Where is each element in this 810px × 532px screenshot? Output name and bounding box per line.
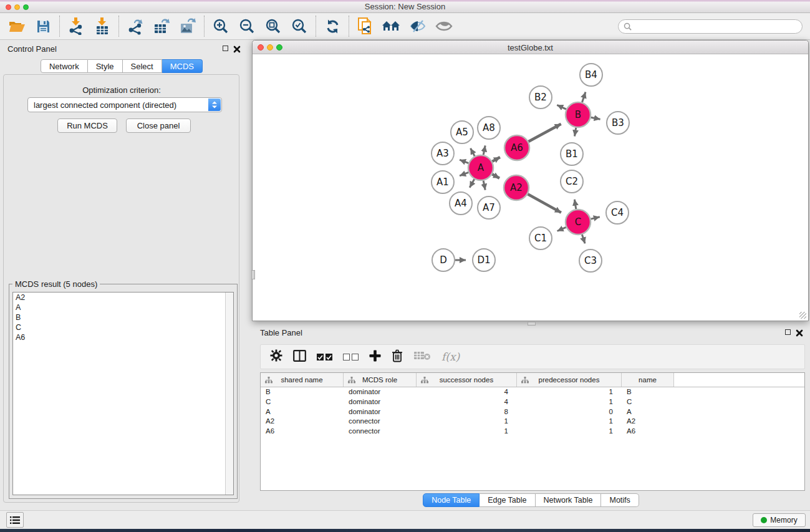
- column-header-predecessor-nodes[interactable]: predecessor nodes: [517, 373, 622, 387]
- export-table-icon: [153, 17, 170, 35]
- table-cell: A6: [261, 427, 344, 437]
- search-input[interactable]: [635, 22, 797, 31]
- graph-edge-B-B1[interactable]: [575, 128, 576, 137]
- export-network-button[interactable]: [122, 14, 148, 38]
- graph-edge-A-A1[interactable]: [460, 172, 468, 175]
- main-toolbar: [0, 13, 810, 40]
- graph-edge-A2-C[interactable]: [528, 194, 561, 213]
- vertical-scrollbar-thumb[interactable]: [251, 270, 255, 279]
- table-row-a6[interactable]: A6connector11A6: [261, 427, 804, 437]
- close-panel-button[interactable]: Close panel: [126, 118, 191, 133]
- result-item-c[interactable]: C: [13, 322, 233, 332]
- table-cell: 8: [417, 407, 517, 417]
- save-button[interactable]: [30, 14, 56, 38]
- duplicate-network-button[interactable]: [352, 14, 378, 38]
- criterion-dropdown[interactable]: largest connected component (directed): [27, 97, 222, 112]
- graph-node-label-A1: A1: [436, 177, 449, 188]
- graph-edge-B-B2[interactable]: [557, 105, 566, 109]
- graph-edge-C-C3[interactable]: [582, 235, 585, 243]
- table-row-c[interactable]: Cdominator41C: [261, 397, 804, 407]
- column-header-name[interactable]: name: [622, 373, 674, 387]
- table-row-a2[interactable]: A2connector11A2: [261, 417, 804, 427]
- search-box[interactable]: [618, 19, 803, 34]
- network-canvas[interactable]: B4B2BB3A5A8A6A3AB1A1A2C2A4A7C4CC1C3DD1: [253, 54, 808, 321]
- table-panel-float-icon[interactable]: [785, 329, 791, 335]
- toggle-graphics-details-button[interactable]: [405, 14, 431, 38]
- zoom-fit-icon: [265, 18, 281, 34]
- tab-node-table[interactable]: Node Table: [423, 493, 480, 507]
- graph-edge-A-A4[interactable]: [470, 179, 475, 187]
- deselect-all-button[interactable]: [343, 354, 359, 360]
- table-cell: 0: [517, 407, 622, 417]
- export-image-icon: [179, 17, 196, 35]
- tab-edge-table[interactable]: Edge Table: [480, 493, 535, 507]
- result-scrollbar[interactable]: [225, 293, 233, 495]
- table-cell: dominator: [344, 387, 417, 397]
- add-column-button[interactable]: [369, 350, 381, 364]
- run-mcds-button[interactable]: Run MCDS: [57, 118, 117, 133]
- show-details-eye-button[interactable]: [431, 14, 457, 38]
- table-row-a[interactable]: Adominator80A: [261, 407, 804, 417]
- graph-edge-A-A7[interactable]: [483, 181, 485, 190]
- result-item-a6[interactable]: A6: [13, 332, 233, 342]
- graph-edge-B-B4[interactable]: [582, 92, 586, 102]
- export-image-button[interactable]: [175, 14, 201, 38]
- column-header-successor-nodes[interactable]: successor nodes: [417, 373, 517, 387]
- tab-style[interactable]: Style: [88, 59, 123, 73]
- tab-motifs[interactable]: Motifs: [601, 493, 639, 507]
- toolbar-separator: [349, 16, 349, 37]
- zoom-selected-button[interactable]: [286, 14, 312, 38]
- graph-node-label-C2: C2: [566, 176, 578, 187]
- table-row-b[interactable]: Bdominator41B: [261, 387, 804, 397]
- import-network-button[interactable]: [63, 14, 89, 38]
- tab-mcds[interactable]: MCDS: [162, 59, 203, 73]
- duplicate-network-icon: [357, 17, 374, 36]
- resize-grip[interactable]: [799, 312, 806, 319]
- refresh-button[interactable]: [319, 14, 345, 38]
- gear-icon: [270, 349, 282, 362]
- table-cell: A: [622, 407, 674, 417]
- toggle-details-eye-slash-icon: [409, 19, 427, 34]
- checked-box-icon: [317, 354, 324, 360]
- tab-network-table[interactable]: Network Table: [536, 493, 602, 507]
- column-header-MCDS-role[interactable]: MCDS role: [344, 373, 417, 387]
- graph-edge-A-A3[interactable]: [460, 160, 468, 163]
- column-layout-button[interactable]: [293, 350, 306, 364]
- graph-edge-C-C1[interactable]: [557, 227, 566, 231]
- result-item-a[interactable]: A: [13, 302, 233, 312]
- control-panel-float-icon[interactable]: [223, 46, 228, 51]
- memory-button[interactable]: Memory: [753, 513, 806, 527]
- tab-select[interactable]: Select: [123, 59, 162, 73]
- control-panel-close-icon[interactable]: [233, 44, 241, 56]
- network-window-title: testGlobe.txt: [253, 43, 808, 52]
- table-panel-close-icon[interactable]: [796, 328, 803, 339]
- graph-edge-C-C4[interactable]: [591, 217, 599, 219]
- column-header-shared-name[interactable]: shared name: [261, 373, 344, 387]
- graph-edge-A-A5[interactable]: [471, 148, 475, 157]
- zoom-fit-button[interactable]: [260, 14, 286, 38]
- table-cell: A6: [622, 427, 674, 437]
- select-all-button[interactable]: [317, 354, 332, 360]
- export-table-button[interactable]: [148, 14, 175, 38]
- tab-network[interactable]: Network: [41, 59, 88, 73]
- app-titlebar: Session: New Session: [0, 0, 810, 13]
- graph-node-label-A7: A7: [483, 202, 495, 213]
- zoom-out-button[interactable]: [234, 14, 260, 38]
- graph-edge-A-A6[interactable]: [492, 157, 500, 162]
- table-settings-button[interactable]: [270, 349, 282, 364]
- graph-edge-A-A8[interactable]: [483, 145, 485, 155]
- graph-edge-A6-B[interactable]: [529, 124, 561, 142]
- graph-edge-C-C2[interactable]: [574, 200, 576, 210]
- horizontal-scrollbar-thumb[interactable]: [528, 322, 536, 326]
- mcds-result-groupbox: MCDS result (5 nodes) A2ABCA6: [9, 284, 238, 499]
- result-item-b[interactable]: B: [13, 312, 233, 322]
- result-item-a2[interactable]: A2: [13, 293, 233, 302]
- import-table-button[interactable]: [89, 14, 115, 38]
- graph-edge-A-A2[interactable]: [492, 174, 499, 178]
- delete-column-button[interactable]: [392, 349, 403, 365]
- task-history-button[interactable]: [6, 512, 24, 528]
- home-button[interactable]: [378, 14, 405, 38]
- zoom-in-button[interactable]: [208, 14, 234, 38]
- open-folder-button[interactable]: [4, 14, 30, 38]
- graph-edge-B-B3[interactable]: [591, 117, 600, 119]
